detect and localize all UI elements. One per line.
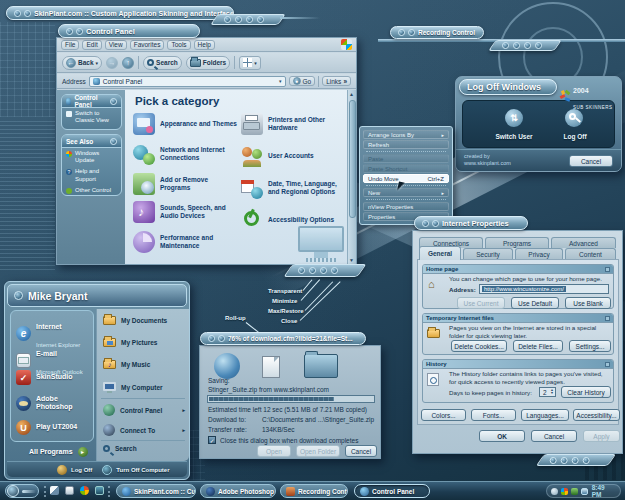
minimize-button[interactable]	[513, 42, 520, 49]
maximize-button[interactable]	[524, 42, 531, 49]
recording-titlebar[interactable]: Recording Control	[390, 26, 484, 39]
all-programs-button[interactable]: All Programs ▸	[29, 447, 88, 457]
transparent-button[interactable]	[502, 42, 509, 49]
window-menu-button[interactable]	[218, 335, 225, 342]
menu-item-arrange-icons[interactable]: Arrange Icons By▸	[363, 130, 449, 139]
home-address-field[interactable]: http://www.wincustomize.com/	[479, 284, 609, 294]
back-button[interactable]: ← Back▾	[62, 56, 102, 70]
scrollbar-thumb[interactable]	[349, 100, 356, 218]
start-item-skinstudio[interactable]: ✓ SkinStudio	[16, 370, 92, 385]
category-add-remove-programs[interactable]: Add or Remove Programs	[133, 173, 237, 195]
window-icon-button[interactable]	[422, 220, 429, 227]
control-panel-titlebar[interactable]: Control Panel	[58, 24, 200, 38]
menu-help[interactable]: Help	[194, 40, 215, 50]
switch-user-button[interactable]: Switch User	[485, 133, 543, 140]
languages-button[interactable]: Languages...	[521, 409, 569, 421]
tab-general[interactable]: General	[419, 246, 461, 260]
ok-button[interactable]: OK	[479, 430, 525, 442]
taskbar-item-photoshop[interactable]: Adobe Photoshop	[200, 484, 276, 498]
address-field[interactable]: Control Panel ▾	[89, 76, 286, 87]
menu-item-refresh[interactable]: Refresh	[363, 140, 449, 149]
apply-button[interactable]: Apply	[583, 430, 620, 442]
transparent-button[interactable]	[550, 457, 557, 464]
log-off-button[interactable]: Log Off	[71, 467, 92, 473]
maximize-button[interactable]	[246, 16, 253, 23]
search-button[interactable]: Search	[143, 56, 182, 70]
tab-programs[interactable]: Programs	[485, 237, 549, 248]
start-item-my-computer[interactable]: My Computer	[103, 382, 163, 393]
delete-files-button[interactable]: Delete Files...	[513, 340, 563, 352]
up-button[interactable]: ↑	[122, 57, 134, 69]
use-default-button[interactable]: Use Default	[511, 297, 559, 309]
links-button[interactable]: Links »	[322, 76, 351, 86]
window-icon-button[interactable]	[398, 29, 405, 36]
turn-off-button[interactable]: Turn Off Computer	[116, 467, 169, 473]
taskbar-item-skinplant[interactable]: SkinPlant.com :: Cus...	[116, 484, 196, 498]
go-button[interactable]: ● Go	[289, 76, 316, 86]
browser-titlebar[interactable]: SkinPlant.com :: Custom Application Skin…	[6, 6, 234, 20]
menu-favorites[interactable]: Favorites	[130, 40, 165, 50]
log-off-button[interactable]: Log Off	[549, 133, 601, 140]
cancel-button[interactable]: Cancel	[569, 155, 613, 167]
window-menu-button[interactable]	[432, 220, 439, 227]
menu-view[interactable]: View	[105, 40, 127, 50]
start-item-ut2004[interactable]: U Play UT2004	[16, 420, 92, 435]
start-item-control-panel[interactable]: Control Panel▸	[103, 404, 185, 416]
logoff-titlebar[interactable]: Log Off Windows	[459, 79, 557, 95]
download-titlebar[interactable]: 76% of download.cfm?libid=21&file=St...	[200, 332, 366, 345]
delete-cookies-button[interactable]: Delete Cookies...	[451, 340, 507, 352]
category-performance-maintenance[interactable]: Performance and Maintenance	[133, 231, 237, 253]
start-item-connect-to[interactable]: Connect To▸	[103, 424, 185, 436]
volume-icon[interactable]	[551, 488, 558, 495]
scroll-down-arrow[interactable]: ▼	[349, 257, 354, 263]
start-button[interactable]	[5, 484, 39, 498]
collapse-button[interactable]	[110, 98, 117, 105]
maximize-button[interactable]	[572, 457, 579, 464]
taskbar-item-recording-control[interactable]: Recording Control	[280, 484, 348, 498]
windows-update-link[interactable]: Windows Update	[62, 148, 121, 166]
quick-launch-messenger-icon[interactable]	[80, 486, 89, 495]
minimize-button[interactable]	[235, 16, 242, 23]
window-icon-button[interactable]	[208, 335, 215, 342]
maximize-button[interactable]	[320, 267, 327, 274]
tray-msn-icon[interactable]	[561, 488, 568, 495]
start-item-photoshop[interactable]: Adobe Photoshop	[16, 395, 92, 411]
menu-item-paste[interactable]: Paste	[363, 154, 449, 163]
tray-shield-icon[interactable]	[571, 488, 578, 495]
menu-item-new[interactable]: New▸	[363, 188, 449, 197]
start-item-my-documents[interactable]: My Documents	[103, 316, 167, 325]
transparent-button[interactable]	[224, 16, 231, 23]
menu-item-paste-shortcut[interactable]: Paste Shortcut	[363, 164, 449, 173]
menu-item-nview-properties[interactable]: nView Properties	[363, 202, 449, 211]
use-blank-button[interactable]: Use Blank	[565, 297, 611, 309]
close-button[interactable]	[535, 42, 542, 49]
category-date-time-language[interactable]: Date, Time, Language, and Regional Optio…	[241, 177, 343, 199]
transparent-button[interactable]	[298, 267, 305, 274]
days-spinner[interactable]: 2 ▲▼	[539, 387, 556, 397]
close-button[interactable]	[583, 457, 590, 464]
cancel-button[interactable]: Cancel	[531, 430, 577, 442]
menu-edit[interactable]: Edit	[82, 40, 101, 50]
switch-user-icon[interactable]: ⇅	[505, 109, 523, 127]
start-item-my-pictures[interactable]: My Pictures	[103, 338, 158, 347]
window-menu-button[interactable]	[408, 29, 415, 36]
window-icon-button[interactable]	[14, 10, 21, 17]
scroll-up-arrow[interactable]: ▲	[349, 91, 354, 97]
forward-button[interactable]: →	[106, 57, 118, 69]
colors-button[interactable]: Colors...	[421, 409, 466, 421]
accessibility-button[interactable]: Accessibility...	[573, 409, 620, 421]
tray-update-icon[interactable]	[581, 488, 588, 495]
close-when-done-checkbox[interactable]: ✓	[208, 436, 216, 444]
window-menu-button[interactable]	[24, 10, 31, 17]
switch-to-classic-view-link[interactable]: Switch to Classic View	[62, 108, 121, 126]
category-network-internet[interactable]: Network and Internet Connections	[133, 143, 237, 165]
menu-item-undo-move[interactable]: Undo MoveCtrl+Z	[363, 174, 449, 183]
use-current-button[interactable]: Use Current	[457, 297, 505, 309]
spinner-arrows[interactable]: ▲▼	[549, 389, 555, 396]
close-button[interactable]	[257, 16, 264, 23]
tab-advanced[interactable]: Advanced	[551, 237, 616, 248]
start-item-my-music[interactable]: ♪My Music	[103, 360, 150, 369]
collapse-button[interactable]	[110, 138, 117, 145]
open-button[interactable]: Open	[257, 445, 291, 457]
start-item-search[interactable]: Search	[103, 445, 137, 452]
